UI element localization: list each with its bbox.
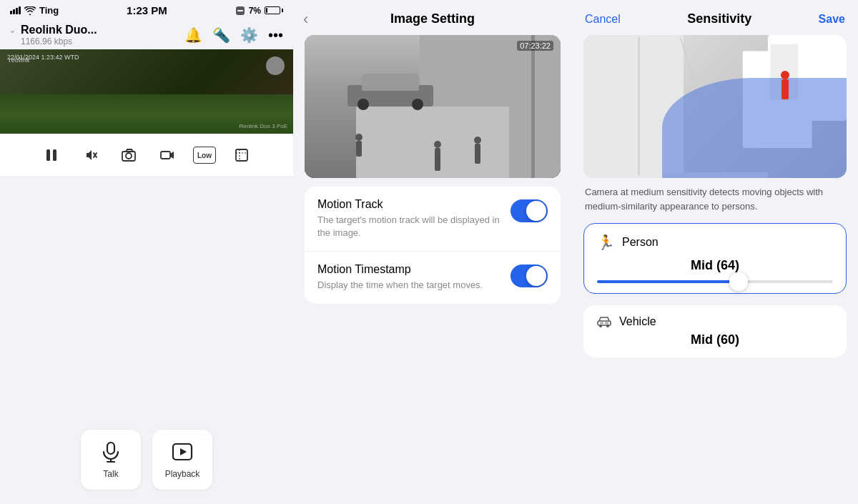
car-icon [596,315,612,328]
camera-preview-mid: 07:23:22 [305,35,561,178]
camera-preview: reolink 22/01/2024 1:23:42 WTD Reolink D… [0,49,293,134]
detected-person [781,71,789,99]
pause-button[interactable] [39,142,64,168]
mid-preview-bg: 07:23:22 [305,35,561,178]
person-mid [433,141,442,171]
dnd-icon [235,6,245,16]
toggle-knob [526,201,546,221]
vehicle-sensitivity-card: Vehicle Mid (60) [583,305,847,357]
svg-rect-12 [107,443,114,454]
device-title: Reolink Duo... [21,24,97,36]
person-sensitivity-card: 🏃 Person Mid (64) [583,223,847,294]
person-slider-thumb[interactable] [729,272,748,291]
vehicle-header-row: Vehicle [596,315,834,328]
motion-timestamp-toggle[interactable] [511,265,548,287]
svg-rect-8 [161,152,170,159]
svg-point-22 [599,325,602,327]
image-setting-title: Image Setting [390,11,475,26]
status-bar: Ting 1:23 PM 7% [0,0,293,19]
camera-timestamp: 22/01/2024 1:23:42 WTD [7,54,79,61]
quality-label: Low [197,152,212,159]
bottom-actions: Talk Playback [0,415,293,504]
person-sensitivity-value: Mid (64) [597,258,833,273]
camera-brand-label: Reolink Duo 3 PoE [239,123,287,129]
sensitivity-description: Camera at medium sensitivity detects mov… [572,178,858,217]
battery-label: 7% [249,6,261,16]
person-right [473,137,482,164]
motion-track-toggle[interactable] [511,199,548,222]
flashlight-icon[interactable]: 🔦 [212,26,230,44]
person-slider-track [597,280,833,283]
svg-rect-21 [598,321,611,325]
svg-point-23 [606,325,609,327]
playback-icon [171,440,194,463]
svg-rect-25 [605,322,608,325]
svg-rect-9 [236,149,247,161]
status-left: Ting [10,5,59,16]
mute-button[interactable] [77,142,103,168]
svg-rect-2 [46,149,50,161]
left-panel: Ting 1:23 PM 7% ˅ Reolink Duo... 1166.96… [0,0,293,504]
controls-row: Low [0,134,293,177]
svg-rect-3 [53,149,56,161]
device-header: ˅ Reolink Duo... 1166.96 kbps 🔔 🔦 ⚙️ ••• [0,19,293,49]
device-subtitle: 1166.96 kbps [21,36,97,46]
toggle-knob-2 [526,266,546,286]
sens-bg [583,35,847,178]
vehicle-sensitivity-value: Mid (60) [596,332,834,347]
sensitivity-preview [583,35,847,178]
playback-label: Playback [165,469,200,479]
more-icon[interactable]: ••• [268,27,283,44]
carrier-label: Ting [39,5,59,16]
playback-button[interactable]: Playback [152,430,212,490]
svg-rect-1 [237,10,243,11]
status-right: 7% [235,6,283,16]
cancel-button[interactable]: Cancel [585,13,621,26]
wifi-icon [24,6,36,15]
microphone-icon [99,440,122,463]
settings-card: Motion Track The target's motion track w… [305,187,561,304]
talk-button[interactable]: Talk [81,430,141,490]
chevron-down-icon[interactable]: ˅ [10,29,15,41]
time-label: 1:23 PM [127,4,167,16]
person-left [355,134,363,157]
middle-header: ‹ Image Setting [293,0,572,35]
snapshot-button[interactable] [116,142,142,168]
mid-preview-timestamp: 07:23:22 [517,41,553,51]
person-slider-fill [597,280,739,283]
blue-detection-zone [662,78,847,178]
svg-rect-24 [600,322,603,325]
vehicle-label: Vehicle [619,315,656,328]
record-indicator [266,56,285,75]
back-button[interactable]: ‹ [303,10,308,29]
device-info: Reolink Duo... 1166.96 kbps [21,24,97,46]
signal-bars [10,6,21,14]
talk-label: Talk [103,469,118,479]
motion-timestamp-row: Motion Timestamp Display the time when t… [305,251,561,303]
device-icons: 🔔 🔦 ⚙️ ••• [184,26,283,44]
svg-point-7 [126,153,132,159]
record-button[interactable] [154,142,180,168]
bell-icon[interactable]: 🔔 [184,26,202,44]
crop-button[interactable] [229,142,255,168]
person-header-row: 🏃 Person [597,234,833,251]
motion-timestamp-text: Motion Timestamp Display the time when t… [317,263,503,292]
sensitivity-title: Sensitivity [687,11,751,26]
save-button[interactable]: Save [819,13,845,26]
right-header: Cancel Sensitivity Save [572,0,858,35]
person-label: Person [622,236,659,249]
motion-track-desc: The target's motion track will be displa… [317,214,503,239]
motion-timestamp-name: Motion Timestamp [317,263,503,276]
battery-icon [265,6,283,14]
middle-panel: ‹ Image Setting [293,0,572,504]
svg-marker-16 [180,448,187,455]
motion-track-text: Motion Track The target's motion track w… [317,198,503,239]
device-title-wrap: ˅ Reolink Duo... 1166.96 kbps [10,24,97,46]
person-running-icon: 🏃 [597,234,615,251]
car-shape [347,71,433,107]
motion-timestamp-desc: Display the time when the target moves. [317,279,503,292]
motion-track-name: Motion Track [317,198,503,211]
gear-icon[interactable]: ⚙️ [240,26,258,44]
quality-button[interactable]: Low [193,147,216,164]
right-panel: Cancel Sensitivity Save C [572,0,858,504]
